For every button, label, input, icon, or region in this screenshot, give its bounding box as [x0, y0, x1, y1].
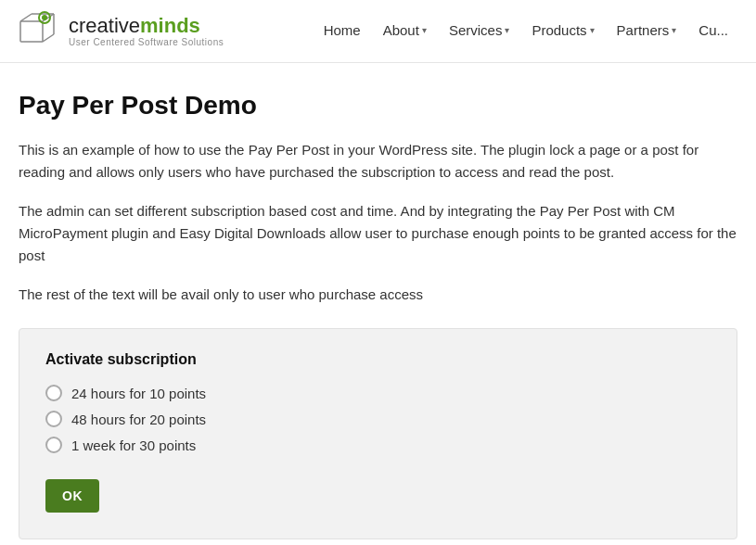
logo-brand: creativeminds — [69, 15, 224, 37]
page-title: Pay Per Post Demo — [19, 91, 737, 120]
radio-label-48h: 48 hours for 20 points — [71, 412, 206, 427]
svg-line-5 — [43, 34, 54, 42]
subscription-box: Activate subscription 24 hours for 10 po… — [19, 328, 737, 539]
main-nav: Home About ▾ Services ▾ Products ▾ Partn… — [314, 0, 737, 63]
chevron-down-icon: ▾ — [672, 25, 676, 35]
ok-button[interactable]: OK — [45, 479, 99, 513]
svg-rect-0 — [20, 21, 43, 42]
nav-item-about[interactable]: About ▾ — [374, 0, 436, 63]
radio-button-48h[interactable] — [45, 411, 62, 427]
logo-icon — [19, 10, 61, 53]
nav-item-services[interactable]: Services ▾ — [440, 0, 519, 63]
nav-item-partners[interactable]: Partners ▾ — [608, 0, 686, 63]
logo-tagline: User Centered Software Solutions — [69, 37, 224, 47]
nav-item-products[interactable]: Products ▾ — [522, 0, 603, 63]
logo: creativeminds User Centered Software Sol… — [19, 10, 224, 53]
radio-button-1week[interactable] — [45, 437, 62, 453]
intro-paragraph: This is an example of how to use the Pay… — [19, 139, 737, 184]
chevron-down-icon: ▾ — [505, 25, 509, 35]
chevron-down-icon: ▾ — [590, 25, 595, 35]
radio-option-24h[interactable]: 24 hours for 10 points — [45, 385, 711, 401]
radio-button-24h[interactable] — [45, 385, 62, 401]
svg-line-1 — [20, 14, 32, 21]
svg-point-7 — [42, 15, 47, 20]
chevron-down-icon: ▾ — [422, 25, 427, 35]
logo-text: creativeminds User Centered Software Sol… — [69, 15, 224, 47]
header: creativeminds User Centered Software Sol… — [0, 0, 756, 63]
info-paragraph: The admin can set different subscription… — [19, 200, 737, 267]
radio-option-1week[interactable]: 1 week for 30 points — [45, 437, 711, 453]
nav-item-more[interactable]: Cu... — [689, 0, 737, 63]
rest-paragraph: The rest of the text will be avail only … — [19, 284, 737, 306]
radio-label-1week: 1 week for 30 points — [71, 437, 196, 453]
radio-label-24h: 24 hours for 10 points — [71, 386, 206, 401]
radio-option-48h[interactable]: 48 hours for 20 points — [45, 411, 711, 427]
radio-group: 24 hours for 10 points 48 hours for 20 p… — [45, 385, 711, 453]
main-content: Pay Per Post Demo This is an example of … — [0, 63, 756, 545]
nav-item-home[interactable]: Home — [314, 0, 370, 63]
subscription-title: Activate subscription — [45, 351, 711, 368]
